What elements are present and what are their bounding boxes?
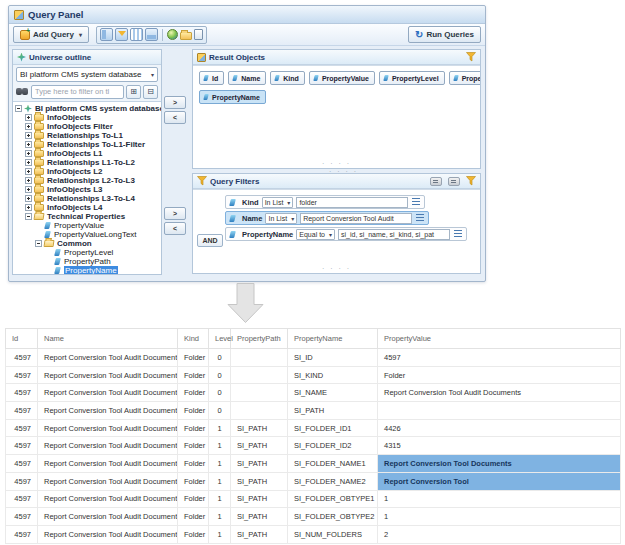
result-objects-header: Result Objects: [193, 50, 480, 65]
add-query-icon: [20, 30, 30, 40]
universe-outline-header: Universe outline: [13, 50, 161, 65]
operator-dropdown[interactable]: Equal to▾: [296, 229, 335, 240]
globe-icon[interactable]: [167, 29, 178, 40]
folder-icon: [34, 159, 44, 166]
universe-selector[interactable]: BI platform CMS system database ▾: [16, 67, 158, 82]
filter-value-input[interactable]: Report Conversion Tool Audit: [300, 213, 412, 224]
binoculars-icon[interactable]: [16, 87, 29, 96]
result-object-chip[interactable]: PropertyPath: [449, 71, 480, 85]
table-row: 4597Report Conversion Tool Audit Documen…: [6, 508, 621, 526]
table-cell: Report Conversion Tool Audit Documents: [38, 366, 178, 384]
open-folder-icon[interactable]: [180, 32, 192, 40]
add-to-filter-button[interactable]: >: [164, 207, 186, 220]
filter-row[interactable]: KindIn List▾folder: [225, 195, 425, 209]
table-cell: Report Conversion Tool Audit Documents: [378, 384, 621, 402]
tree-toggle-icon[interactable]: [25, 114, 32, 121]
table-cell: Folder: [178, 349, 209, 367]
folder-icon: [34, 132, 44, 139]
tree-item[interactable]: Common: [15, 239, 161, 248]
tree-toggle-icon[interactable]: [25, 132, 32, 139]
tree-toggle-icon[interactable]: [25, 141, 32, 148]
tree-item[interactable]: PropertyLevel: [15, 248, 161, 257]
tree-item[interactable]: PropertyValue: [15, 221, 161, 230]
toggle-preview-pane-icon[interactable]: [145, 28, 158, 41]
table-cell: 4597: [6, 419, 38, 437]
result-object-chip[interactable]: PropertyName: [199, 90, 266, 104]
table-cell: Report Conversion Tool Audit Documents: [38, 419, 178, 437]
result-object-chip[interactable]: Name: [228, 71, 266, 85]
toggle-result-pane-icon[interactable]: [100, 28, 113, 41]
dimension-icon: [203, 75, 208, 81]
table-cell: SI_FOLDER_ID2: [288, 437, 378, 455]
operator-dropdown[interactable]: In List▾: [265, 213, 297, 224]
add-ranking-icon[interactable]: [448, 177, 460, 186]
universe-tree: BI platform CMS system database [unx]Inf…: [13, 101, 161, 274]
splitter-handle[interactable]: [322, 160, 351, 167]
document-icon[interactable]: [194, 29, 203, 40]
result-objects-row: IdNameKindPropertyValuePropertyLevelProp…: [199, 71, 474, 85]
tree-toggle-icon[interactable]: [25, 186, 32, 193]
remove-from-result-button[interactable]: <: [164, 111, 186, 124]
table-cell: Folder: [178, 384, 209, 402]
tree-toggle-icon[interactable]: [25, 150, 32, 157]
result-object-chip[interactable]: PropertyValue: [309, 71, 375, 85]
tree-item[interactable]: PropertyValueLongText: [15, 230, 161, 239]
toggle-filter-pane-icon[interactable]: [115, 28, 128, 41]
tree-item-label: PropertyValue: [54, 221, 104, 230]
table-row: 4597Report Conversion Tool Audit Documen…: [6, 349, 621, 367]
add-to-result-button[interactable]: >: [164, 96, 186, 109]
result-object-chip[interactable]: Kind: [270, 71, 305, 85]
value-list-button[interactable]: [453, 229, 463, 239]
table-cell: 4597: [6, 490, 38, 508]
run-queries-label: Run Queries: [426, 30, 474, 39]
result-object-chip[interactable]: PropertyLevel: [379, 71, 445, 85]
filter-row[interactable]: PropertyNameEqual to▾si_id, si_name, si_…: [225, 227, 467, 241]
query-panel-window: Query Panel Add Query ▾ ↻ Run Queries Un…: [8, 5, 486, 282]
tree-toggle-icon[interactable]: [35, 240, 42, 247]
table-cell: Report Conversion Tool Audit Documents: [38, 349, 178, 367]
value-list-button[interactable]: [415, 213, 425, 223]
tree-item[interactable]: Technical Properties: [15, 212, 161, 221]
table-cell: Folder: [178, 508, 209, 526]
tree-toggle-icon[interactable]: [25, 177, 32, 184]
table-header-row: IdNameKindLevelPropertyPathPropertyNameP…: [6, 329, 621, 349]
value-list-button[interactable]: [411, 197, 421, 207]
result-object-chip[interactable]: Id: [199, 71, 224, 85]
operator-dropdown[interactable]: In List▾: [262, 197, 294, 208]
chevron-down-icon: ▾: [151, 71, 154, 78]
filter-value-input[interactable]: si_id, si_name, si_kind, si_pat: [338, 229, 450, 240]
and-operator[interactable]: AND: [197, 234, 223, 247]
toggle-grid-view-icon[interactable]: [130, 28, 143, 41]
add-query-button[interactable]: Add Query ▾: [13, 26, 89, 43]
expand-all-button[interactable]: ⊞: [126, 85, 141, 99]
universe-outline-title: Universe outline: [29, 53, 91, 62]
table-cell: 4597: [6, 455, 38, 473]
filter-icon[interactable]: [466, 52, 476, 62]
table-cell: 0: [209, 366, 231, 384]
collapse-all-button[interactable]: ⊟: [143, 85, 158, 99]
table-row: 4597Report Conversion Tool Audit Documen…: [6, 402, 621, 420]
add-filter-icon[interactable]: [466, 176, 476, 186]
remove-from-filter-button[interactable]: <: [164, 222, 186, 235]
tree-item[interactable]: PropertyName: [15, 266, 161, 274]
add-subquery-icon[interactable]: [430, 177, 442, 186]
filter-value-input[interactable]: folder: [296, 197, 408, 208]
table-cell: [378, 402, 621, 420]
run-queries-button[interactable]: ↻ Run Queries: [408, 26, 481, 43]
filter-row[interactable]: NameIn List▾Report Conversion Tool Audit: [225, 211, 429, 225]
tree-toggle-icon[interactable]: [25, 204, 32, 211]
table-cell: 4597: [6, 366, 38, 384]
table-cell: 1: [209, 419, 231, 437]
tree-toggle-icon[interactable]: [25, 213, 32, 220]
tree-filter-input[interactable]: [31, 85, 124, 99]
splitter-handle[interactable]: [322, 265, 351, 272]
tree-toggle-icon[interactable]: [25, 159, 32, 166]
tree-toggle-icon[interactable]: [25, 168, 32, 175]
table-cell: 0: [209, 384, 231, 402]
universe-icon: [17, 53, 26, 62]
tree-toggle-icon[interactable]: [15, 105, 22, 112]
tree-item[interactable]: PropertyPath: [15, 257, 161, 266]
tree-toggle-icon[interactable]: [25, 123, 32, 130]
tree-toggle-icon[interactable]: [25, 195, 32, 202]
dimension-icon: [229, 199, 236, 206]
